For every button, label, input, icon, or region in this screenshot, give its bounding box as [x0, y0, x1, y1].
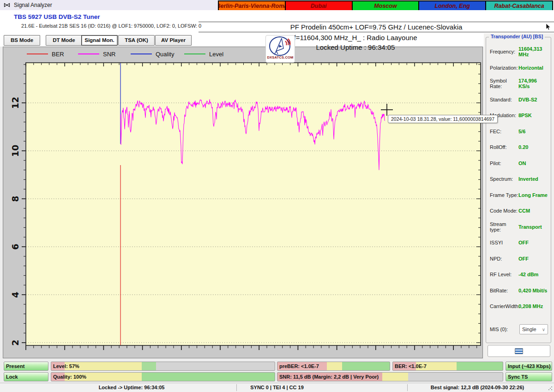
preber-indicator-bar: preBER: <1.0E-7 [277, 362, 390, 371]
chart-plot-area[interactable]: 24681012 [3, 47, 483, 359]
clock-city-label: Dubai [286, 1, 352, 11]
param-value: Long Frame [518, 192, 548, 198]
transponder-row-bitrate-: BitRate:0,420 Mbit/s [490, 283, 549, 299]
chart-tooltip: 2024-10-03 18.31.28, value: 11,600000381… [388, 115, 498, 123]
transponder-row-spectrum-: Spectrum:Inverted [490, 171, 549, 187]
svg-text:10: 10 [10, 145, 20, 157]
sync-indicator-bar: Sync TS [506, 372, 552, 381]
param-value: DVB-S2 [518, 97, 537, 102]
svg-text:4: 4 [10, 291, 20, 297]
legend-label: Quality [156, 51, 174, 58]
statusbar-separator [236, 384, 237, 391]
window-title: Signal Analyzer [14, 2, 52, 8]
tab-bs-mode[interactable]: BS Mode [4, 35, 40, 46]
param-value: 8PSK [518, 113, 532, 118]
tab-dt-mode[interactable]: DT Mode [46, 35, 82, 46]
tab-signal-mon-[interactable]: Signal Mon. [81, 35, 118, 46]
transponder-row-fec-: FEC:5/6 [490, 124, 549, 140]
legend-item-level: Level [184, 50, 223, 58]
transponder-row-code-mode-: Code Mode:CCM [490, 203, 549, 219]
ber-indicator-bar: BER: <1.0E-7 [392, 362, 503, 371]
frequency-service-line: f=11604,300 MHz_H_ : Radio Laayoune [217, 34, 494, 42]
stream-list-icon [515, 348, 523, 354]
param-value: OFF [518, 240, 529, 245]
quality-indicator-bar: Quality: 100% [51, 372, 275, 381]
param-label: ISSYI [490, 240, 518, 245]
svg-text:12: 12 [10, 97, 20, 109]
param-label: Pilot: [490, 160, 518, 166]
transponder-row-frequency-: Frequency:11604,313 MHz [490, 44, 549, 60]
param-label: NPD: [490, 256, 518, 261]
clock-city-label: Berlin-Paris-Vienna-Roma [219, 1, 285, 11]
stream-list-button[interactable] [488, 345, 550, 357]
transponder-row-pilot-: Pilot:ON [490, 155, 549, 172]
param-label: FEC: [490, 129, 518, 134]
lock-indicator-bar: Lock [4, 372, 48, 381]
param-label: Spectrum: [490, 176, 518, 182]
transponder-groupbox: Transponder (AU) [BS] Frequency:11604,31… [486, 37, 551, 343]
transponder-row-polarization-: Polarization:Horizontal [490, 60, 549, 76]
signal-analyzer-window: Signal Analyzer Berlin-Paris-Vienna-Roma… [0, 0, 554, 392]
mis-selected-value: Single [522, 327, 536, 332]
legend-swatch [27, 53, 48, 55]
param-value: 0.20 [518, 144, 528, 150]
param-value: 11604,313 MHz [518, 46, 549, 57]
param-value: CCM [518, 208, 530, 214]
legend-item-snr: SNR [78, 50, 115, 58]
tuner-title: TBS 5927 USB DVB-S2 Tuner [14, 13, 100, 20]
status-bar: Locked -> Uptime: 96:34:05SYNC 0 | TEI 4… [0, 383, 554, 392]
svg-text:6: 6 [10, 244, 20, 249]
tuner-subtitle: 21.6E - Eutelsat 21B SES 16 (ID: 0216) @… [21, 23, 201, 29]
title-bar: Signal Analyzer [0, 0, 218, 10]
clock-city-label: London, Eng [419, 1, 485, 11]
transponder-panel: Transponder (AU) [BS] Frequency:11604,31… [484, 33, 554, 360]
statusbar-separator [407, 384, 408, 391]
mis-row: MIS (0): Single ∨ [490, 324, 548, 334]
legend-label: Level [209, 51, 223, 58]
transponder-row-modulation-: Modulation:8PSK [490, 107, 549, 124]
legend-item-ber: BER [27, 50, 64, 58]
param-label: RF Level: [490, 272, 518, 277]
clock-city-label: Moscow [353, 1, 419, 11]
mis-dropdown[interactable]: Single ∨ [519, 324, 548, 334]
transponder-title: Transponder (AU) [BS] [489, 34, 545, 39]
transponder-row-frame-type-: Frame Type:Long Frame [490, 187, 549, 203]
transponder-row-stream-type-: Stream type:Transport [490, 219, 549, 235]
param-value: 174,996 KS/s [518, 78, 549, 89]
mouse-cursor-icon [546, 23, 551, 32]
param-label: RollOff: [490, 144, 518, 150]
param-value: Transport [518, 224, 542, 230]
param-label: BitRate: [490, 288, 518, 293]
signal-chart[interactable]: BERSNRQualityLevel 24681012 2024-10-03 1… [3, 47, 483, 358]
resize-grip[interactable] [548, 386, 553, 391]
snr-indicator-bar: SNR: 11,5 dB (Margin: 2,2 dB | Very Poor… [277, 372, 503, 381]
param-value: -42 dBm [518, 272, 538, 277]
statusbar-section-2: SYNC 0 | TEI 4 | CC 19 [226, 385, 328, 390]
param-value: Inverted [518, 176, 538, 182]
dish-info-line: PF Prodelin 450cm+ LOF=9.75 GHz / Lucene… [199, 22, 554, 32]
param-label: Symbol Rate: [490, 78, 518, 89]
level-indicator-bar: Level: 57% [51, 362, 275, 371]
param-label: Standard: [490, 97, 518, 102]
legend-label: BER [52, 51, 64, 58]
transponder-row-standard-: Standard:DVB-S2 [490, 92, 549, 108]
legend-swatch [78, 53, 99, 55]
tab-tsa-ok-[interactable]: TSA (OK) [118, 35, 155, 46]
param-label: Code Mode: [490, 208, 518, 214]
legend-swatch [184, 53, 205, 55]
statusbar-section-3: Best signal: 12,3 dB (2024-09-30 22:26) [408, 385, 547, 390]
chevron-down-icon: ∨ [542, 327, 545, 332]
param-label: Frame Type: [490, 192, 518, 198]
app-icon [4, 2, 10, 8]
svg-text:8: 8 [10, 196, 20, 202]
transponder-row-rolloff-: RollOff:0.20 [490, 139, 549, 155]
mis-label: MIS (0): [490, 327, 518, 332]
tab-av-player[interactable]: AV Player [155, 35, 192, 46]
param-value: Horizontal [518, 65, 543, 71]
param-label: Polarization: [490, 65, 518, 71]
param-label: CarrierWidth: [490, 303, 518, 309]
statusbar-section-1: Locked -> Uptime: 96:34:05 [39, 385, 224, 390]
present-indicator-bar: Present [4, 362, 48, 371]
transponder-row-issyi: ISSYIOFF [490, 235, 549, 251]
svg-text:2: 2 [10, 339, 20, 345]
